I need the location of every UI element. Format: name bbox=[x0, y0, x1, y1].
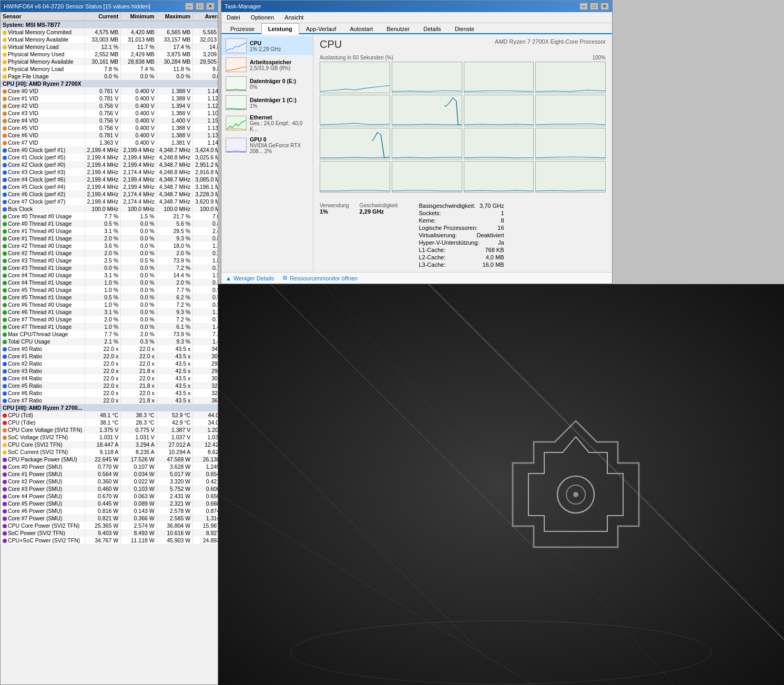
table-row[interactable]: Core #6 VID0.781 V0.400 V1.388 V1.133 V bbox=[1, 132, 218, 139]
table-row[interactable]: Core #1 Power (SMU)0.564 W0.034 W5.017 W… bbox=[1, 470, 218, 478]
table-row[interactable]: Core #1 Thread #0 Usage3.1 %0.0 %29.5 %2… bbox=[1, 227, 218, 235]
device-memory[interactable]: Arbeitsspeicher 2,5/31,9 GB (8%) bbox=[221, 55, 313, 74]
svg-rect-13 bbox=[536, 95, 605, 126]
table-row[interactable]: Core #7 Ratio22.0 x21.8 x43.5 x36.2 x bbox=[1, 397, 218, 404]
tab-app-verlauf[interactable]: App-Verlauf bbox=[299, 23, 343, 34]
table-row[interactable]: Core #1 Clock (perf #5)2,199.4 MHz2,199.… bbox=[1, 154, 218, 161]
table-row[interactable]: CPU Core Power (SVI2 TFN)25.365 W2.574 W… bbox=[1, 522, 218, 529]
table-row[interactable]: Core #0 Clock (perf #1)2,199.4 MHz2,199.… bbox=[1, 146, 218, 154]
tab-dienste[interactable]: Dienste bbox=[448, 23, 481, 34]
table-row[interactable]: Core #7 Thread #0 Usage2.0 %0.0 %7.2 %0.… bbox=[1, 316, 218, 323]
table-row[interactable]: Virtual Memory Load12.1 %11.7 %17.4 %14.… bbox=[1, 43, 218, 51]
table-row[interactable]: Core #4 Thread #1 Usage1.0 %0.0 %2.0 %0.… bbox=[1, 279, 218, 286]
device-gpu0[interactable]: GPU 0 NVIDIA GeForce RTX 208... 2% bbox=[221, 134, 313, 156]
menu-optionen[interactable]: Optionen bbox=[248, 13, 278, 22]
ressourcenmonitor-link[interactable]: ⚙ Ressourcenmonitor öffnen bbox=[282, 275, 358, 281]
table-row[interactable]: CPU Core Voltage (SVI2 TFN)1.375 V0.775 … bbox=[1, 426, 218, 434]
device-disk1-name: Datenträger 1 (C:) bbox=[250, 97, 309, 103]
table-row[interactable]: Core #1 Thread #1 Usage2.0 %0.0 %9.3 %0.… bbox=[1, 235, 218, 242]
table-row[interactable]: Core #6 Thread #0 Usage1.0 %0.0 %7.2 %0.… bbox=[1, 301, 218, 308]
table-row[interactable]: Core #0 VID0.781 V0.400 V1.388 V1.141 V bbox=[1, 87, 218, 95]
svg-rect-8 bbox=[464, 62, 534, 93]
device-cpu[interactable]: CPU 1% 2,29 GHz bbox=[221, 36, 313, 55]
taskmanager-close-button[interactable]: ✕ bbox=[600, 3, 609, 10]
table-row[interactable]: Core #0 Power (SMU)0.770 W0.107 W3.628 W… bbox=[1, 463, 218, 470]
table-row[interactable]: Core #2 Ratio22.0 x22.0 x43.5 x29.5 x bbox=[1, 360, 218, 367]
table-row[interactable]: Physical Memory Load7.8 %7.4 %11.8 %9.8 … bbox=[1, 65, 218, 73]
table-row[interactable]: Core #3 Thread #1 Usage0.0 %0.0 %7.2 %0.… bbox=[1, 264, 218, 271]
table-row[interactable]: Core #5 Thread #1 Usage0.5 %0.0 %6.2 %0.… bbox=[1, 294, 218, 301]
table-row[interactable]: Core #1 VID0.781 V0.400 V1.388 V1.122 V bbox=[1, 95, 218, 102]
table-row[interactable]: CPU (Tctl)48.1 °C38.3 °C52.9 °C44.0 °C bbox=[1, 411, 218, 419]
tab-leistung[interactable]: Leistung bbox=[261, 23, 299, 34]
sensor-min: 0.063 W bbox=[121, 492, 157, 500]
taskmanager-minimize-button[interactable]: ─ bbox=[579, 3, 588, 10]
tab-autostart[interactable]: Autostart bbox=[343, 23, 380, 34]
tab-details[interactable]: Details bbox=[416, 23, 448, 34]
table-row[interactable]: Physical Memory Available30,161 MB28,838… bbox=[1, 58, 218, 65]
taskmanager-device-list[interactable]: CPU 1% 2,29 GHz Arbeitsspeicher 2,5/31,9… bbox=[221, 34, 313, 272]
hwinfo-table-wrapper[interactable]: Sensor Current Minimum Maximum Average S… bbox=[1, 12, 218, 684]
table-row[interactable]: Core #4 Thread #0 Usage3.1 %0.0 %14.4 %1… bbox=[1, 271, 218, 279]
table-row[interactable]: CPU Core (SVI2 TFN)18.447 A3.294 A27.012… bbox=[1, 441, 218, 448]
table-row[interactable]: Core #6 Power (SMU)0.816 W0.143 W2.578 W… bbox=[1, 507, 218, 515]
table-row[interactable]: Core #2 Clock (perf #0)2,199.4 MHz2,199.… bbox=[1, 161, 218, 168]
taskmanager-restore-button[interactable]: □ bbox=[590, 3, 598, 10]
table-row[interactable]: Core #3 Power (SMU)0.460 W0.103 W5.752 W… bbox=[1, 485, 218, 492]
table-row[interactable]: Core #7 Thread #1 Usage1.0 %0.0 %6.1 %1.… bbox=[1, 323, 218, 330]
table-row[interactable]: Core #3 Thread #0 Usage2.5 %0.5 %73.9 %1… bbox=[1, 257, 218, 264]
table-row[interactable]: Physical Memory Used2,552 MB2,429 MB3,87… bbox=[1, 51, 218, 58]
table-row[interactable]: Core #3 VID0.756 V0.400 V1.388 V1.104 V bbox=[1, 109, 218, 117]
table-row[interactable]: CPU (Tdie)38.1 °C28.3 °C42.9 °C34.0 °C bbox=[1, 419, 218, 426]
table-row[interactable]: Core #7 Power (SMU)0.821 W0.366 W2.565 W… bbox=[1, 515, 218, 522]
table-row[interactable]: Core #2 Power (SMU)0.360 W0.022 W3.320 W… bbox=[1, 478, 218, 485]
table-row[interactable]: Core #6 Ratio22.0 x22.0 x43.5 x32.3 x bbox=[1, 389, 218, 397]
table-row[interactable]: Core #6 Clock (perf #2)2,199.4 MHz2,174.… bbox=[1, 190, 218, 198]
device-ethernet[interactable]: Ethernet Ges.: 24,0 Empf.: 40,0 K... bbox=[221, 112, 313, 134]
table-row[interactable]: Core #3 Ratio22.0 x21.8 x42.5 x29.2 x bbox=[1, 367, 218, 375]
tab-prozesse[interactable]: Prozesse bbox=[223, 23, 261, 34]
table-row[interactable]: SoC Current (SVI2 TFN)9.118 A8.235 A10.2… bbox=[1, 448, 218, 456]
table-row[interactable]: Core #2 VID0.756 V0.400 V1.394 V1.126 V bbox=[1, 102, 218, 109]
table-row[interactable]: Core #4 Ratio22.0 x22.0 x43.5 x30.9 x bbox=[1, 375, 218, 382]
table-row[interactable]: Core #0 Thread #0 Usage7.7 %1.5 %21.7 %7… bbox=[1, 213, 218, 220]
table-row[interactable]: Core #0 Thread #1 Usage0.5 %0.0 %5.6 %0.… bbox=[1, 220, 218, 227]
table-row[interactable]: Core #4 Clock (perf #6)2,199.4 MHz2,199.… bbox=[1, 176, 218, 183]
table-row[interactable]: Core #7 Clock (perf #7)2,199.4 MHz2,174.… bbox=[1, 198, 218, 205]
table-row[interactable]: Core #1 Ratio22.0 x22.0 x43.5 x30.3 x bbox=[1, 352, 218, 360]
table-row[interactable]: Core #5 Thread #0 Usage1.0 %0.0 %7.7 %0.… bbox=[1, 286, 218, 294]
table-row[interactable]: Bus Clock100.0 MHz100.0 MHz100.0 MHz100.… bbox=[1, 205, 218, 213]
table-row[interactable]: CPU Package Power (SMU)22.645 W17.526 W4… bbox=[1, 456, 218, 463]
table-row[interactable]: Core #4 VID0.756 V0.400 V1.400 V1.159 V bbox=[1, 117, 218, 124]
table-row[interactable]: Virtual Memory Commited4,575 MB4,420 MB6… bbox=[1, 28, 218, 36]
table-row[interactable]: Core #2 Thread #0 Usage3.6 %0.0 %18.0 %1… bbox=[1, 242, 218, 249]
table-row[interactable]: Total CPU Usage2.1 %0.3 %9.3 %1.4 % bbox=[1, 338, 218, 345]
table-row[interactable]: Core #4 Power (SMU)0.670 W0.063 W2.431 W… bbox=[1, 492, 218, 500]
table-row[interactable]: Core #5 VID0.756 V0.400 V1.388 V1.138 V bbox=[1, 124, 218, 132]
hwinfo-minimize-button[interactable]: ─ bbox=[185, 3, 194, 10]
tab-benutzer[interactable]: Benutzer bbox=[380, 23, 416, 34]
table-row[interactable]: SoC Voltage (SVI2 TFN)1.031 V1.031 V1.03… bbox=[1, 434, 218, 441]
menu-datei[interactable]: Datei bbox=[223, 13, 243, 22]
sensor-min: 17.526 W bbox=[121, 456, 157, 463]
table-row[interactable]: Core #2 Thread #1 Usage2.0 %0.0 %2.0 %0.… bbox=[1, 249, 218, 257]
table-row[interactable]: Core #5 Power (SMU)0.445 W0.089 W2.321 W… bbox=[1, 500, 218, 507]
table-row[interactable]: Core #3 Clock (perf #3)2,199.4 MHz2,174.… bbox=[1, 168, 218, 176]
table-row[interactable]: Virtual Memory Available33,003 MB31,013 … bbox=[1, 36, 218, 43]
table-row[interactable]: Max CPU/Thread Usage7.7 %2.0 %73.9 %7.3 … bbox=[1, 330, 218, 338]
hwinfo-restore-button[interactable]: □ bbox=[196, 3, 204, 10]
table-row[interactable]: Core #7 VID1.363 V0.400 V1.381 V1.147 V bbox=[1, 139, 218, 146]
table-row[interactable]: Page File Usage0.0 %0.0 %0.0 %0.0 % bbox=[1, 73, 218, 80]
weniger-details-link[interactable]: ▲ Weniger Details bbox=[226, 275, 274, 281]
table-row[interactable]: Core #0 Ratio22.0 x22.0 x43.5 x34.2 x bbox=[1, 345, 218, 352]
device-disk0[interactable]: Datenträger 0 (E:) 0% bbox=[221, 74, 313, 93]
table-row[interactable]: SoC Power (SVI2 TFN)9.403 W8.493 W10.616… bbox=[1, 529, 218, 537]
table-row[interactable]: CPU+SoC Power (SVI2 TFN)34.767 W11.118 W… bbox=[1, 537, 218, 544]
table-row[interactable]: Core #5 Ratio22.0 x21.8 x43.5 x32.0 x bbox=[1, 382, 218, 389]
device-disk1[interactable]: Datenträger 1 (C:) 1% bbox=[221, 93, 313, 112]
sensor-current: 0.756 V bbox=[85, 102, 121, 109]
table-row[interactable]: Core #6 Thread #1 Usage3.1 %0.0 %9.3 %1.… bbox=[1, 308, 218, 316]
menu-ansicht[interactable]: Ansicht bbox=[281, 13, 307, 22]
hwinfo-close-button[interactable]: ✕ bbox=[206, 3, 215, 10]
table-row[interactable]: Core #5 Clock (perf #4)2,199.4 MHz2,199.… bbox=[1, 183, 218, 190]
